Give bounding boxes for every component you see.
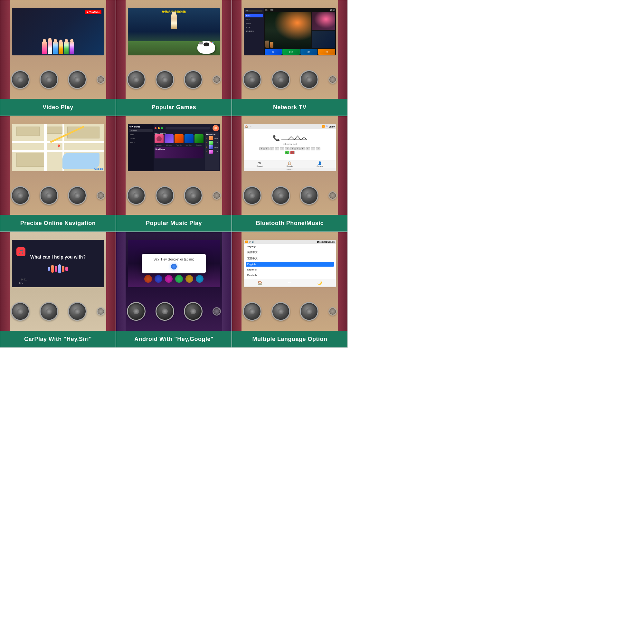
tv-thumb-2	[312, 31, 335, 48]
vent-1	[127, 186, 146, 205]
lang-option-en[interactable]: English	[246, 262, 334, 267]
num-2[interactable]: 2	[270, 147, 274, 150]
music-screen: New Pants ▶ Browse Radio Library Search	[128, 124, 220, 171]
tv-menu-video[interactable]: VIDEO	[245, 22, 263, 25]
screen-area: 🏠 ← 📶 ℬ 06:00 📞	[244, 124, 336, 171]
num-star[interactable]: *	[311, 147, 315, 150]
call-btn[interactable]: 📞	[285, 151, 289, 154]
dot-red	[155, 127, 156, 129]
kpop-fig-5	[64, 42, 69, 54]
moon-icon[interactable]: 🌙	[317, 280, 322, 285]
num-3[interactable]: 3	[275, 147, 279, 150]
main-grid: YouTube Video Play 绝地求生:刺激战场	[0, 0, 348, 348]
num-hash[interactable]: #	[316, 147, 320, 150]
tv-characters	[265, 40, 274, 48]
tv-thumbs	[312, 12, 335, 48]
music-nav-browse[interactable]: ▶ Browse	[129, 129, 153, 132]
num-4[interactable]: 4	[280, 147, 284, 150]
bt-topbar: 🏠 ← 📶 ℬ 06:00	[244, 124, 336, 129]
tv-menu-music[interactable]: MUSIC	[245, 26, 263, 29]
screen-area: Google	[12, 124, 104, 171]
bt-contacts-btn[interactable]: 👤 Contacts	[317, 161, 323, 167]
bt-not-connected-text: not connected	[283, 143, 297, 145]
bt-clock: 06:00	[329, 126, 335, 128]
home-icon[interactable]: 🏠	[258, 280, 262, 285]
cell-bluetooth: 🏠 ← 📶 ℬ 06:00 📞	[232, 116, 348, 232]
phone-icon: 📞	[273, 135, 280, 142]
lang-image: 📶 ℬ 🔊 15:43 2024/01/16 Language 英体中文 繁體中…	[232, 232, 347, 331]
lang-time: 15:43 2024/01/16	[317, 241, 335, 243]
lang-option-es[interactable]: Español	[246, 267, 334, 272]
num-1[interactable]: 1	[264, 147, 269, 150]
video-play-label: Video Play	[0, 99, 116, 116]
num-9[interactable]: 9	[306, 147, 310, 150]
map-block-1	[16, 127, 40, 136]
wave-2	[51, 265, 54, 273]
ranking-title: Ranking List	[206, 133, 218, 135]
tv-scene	[265, 12, 311, 48]
tv-menu-home[interactable]: HOME	[245, 14, 263, 17]
bt-records-btn[interactable]: 📋 Records	[287, 161, 293, 167]
video-screen: YouTube	[12, 8, 104, 55]
back-icon[interactable]: ←	[288, 280, 292, 285]
lang-option-de[interactable]: Deutsch	[246, 273, 334, 278]
tv-menu-apps[interactable]: APPS	[245, 18, 263, 21]
music-ranking: Ranking List 1 Track 1 2	[205, 132, 219, 170]
bt-connect-btn[interactable]: ℬ Connect	[257, 161, 263, 167]
num-6[interactable]: 6	[290, 147, 295, 150]
album-3[interactable]	[175, 134, 184, 143]
bt-icon: ℬ	[249, 241, 251, 243]
platform-youku: 优酷	[265, 49, 282, 55]
tv-search-box: 🔍	[245, 10, 262, 12]
kpop-fig-4	[59, 42, 63, 54]
bt-records-icon: 📋	[288, 161, 291, 165]
music-nav-library[interactable]: Library	[129, 137, 153, 140]
num-8[interactable]: 8	[300, 147, 305, 150]
vent-1	[11, 70, 30, 89]
label-1: Impressio...	[155, 144, 164, 146]
end-btn[interactable]: 📵	[290, 151, 295, 154]
lang-option-zh-t[interactable]: 繁體中文	[246, 256, 334, 261]
num-5[interactable]: 5	[285, 147, 289, 150]
vent-2	[40, 70, 58, 89]
bt-number-pad[interactable]: 0 1 2 3 4 5 6 7 8 9 * #	[258, 147, 322, 155]
carplay-signal: LTE	[19, 282, 23, 284]
album-4[interactable]	[185, 134, 194, 143]
music-search-bar[interactable]	[166, 127, 210, 129]
cell-network-tv: 🔍 HOME APPS VIDEO MUSIC SOURCES 07:14 W	[232, 0, 348, 116]
lang-option-zh-s[interactable]: 英体中文	[246, 250, 334, 255]
lang-bottom-icons: 🏠 ← 🌙	[244, 279, 336, 286]
tv-image: 🔍 HOME APPS VIDEO MUSIC SOURCES 07:14 W	[232, 0, 347, 99]
vent-2	[156, 302, 174, 321]
music-nav-radio[interactable]: Radio	[129, 133, 153, 136]
google-image: Say "Hey Google" or tap mic	[116, 232, 232, 331]
bt-bottom-row: ℬ Connect 📋 Records 👤 Contacts	[244, 160, 336, 168]
wave-3	[55, 266, 57, 272]
lang-list[interactable]: 英体中文 繁體中文 English Español Deutsch	[246, 250, 334, 278]
vents-row	[238, 70, 342, 89]
num-7[interactable]: 7	[295, 147, 300, 150]
char-1	[265, 41, 269, 48]
vent-1	[243, 302, 261, 321]
album-1[interactable]	[155, 134, 164, 143]
orb-3	[165, 275, 173, 283]
music-nav-search[interactable]: Search	[129, 141, 153, 144]
tv-time: 12:30	[330, 9, 335, 11]
carplay-center: What can I help you with?	[30, 254, 86, 274]
tv-menu-sources[interactable]: SOURCES	[245, 30, 263, 33]
map-road-v1	[44, 124, 47, 171]
bt-status-icons: 📶 ℬ 06:00	[322, 125, 335, 128]
vent-1	[127, 70, 146, 89]
carplay-screen: 🎵 What can I help you with?	[12, 240, 104, 287]
platform-iqiyi: 爱奇艺	[282, 49, 299, 55]
rank-text-1: Track 1	[213, 137, 218, 139]
album-2[interactable]	[165, 134, 174, 143]
bt-connect-icon: ℬ	[258, 161, 261, 165]
tv-date: 07:14 WED	[265, 9, 274, 11]
siri-ask-text: What can I help you with?	[30, 254, 86, 260]
album-5[interactable]	[194, 134, 204, 143]
kpop-fig-1	[42, 42, 47, 54]
cell-language: 📶 ℬ 🔊 15:43 2024/01/16 Language 英体中文 繁體中…	[232, 232, 348, 348]
num-0[interactable]: 0	[259, 147, 264, 150]
nav-image: Google	[0, 116, 116, 215]
